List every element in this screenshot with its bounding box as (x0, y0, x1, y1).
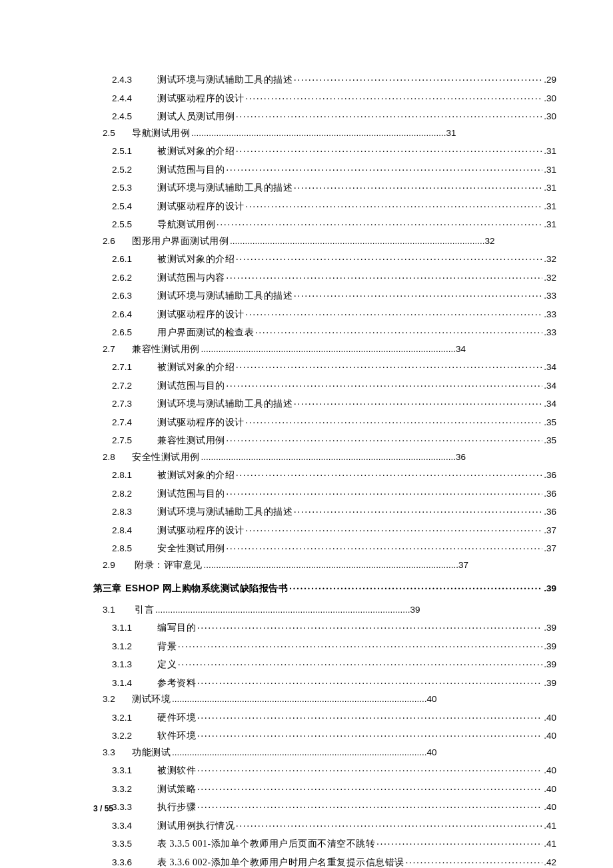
toc-title: 兼容性测试用例 (157, 436, 225, 445)
page-footer: 3 / 55 (93, 804, 113, 813)
toc-number: 3.1.4 (112, 679, 157, 688)
toc-title: 硬件环境 (157, 713, 196, 723)
toc-leader (227, 542, 543, 551)
toc-number: 3.3.6 (112, 858, 157, 867)
toc-page: 31 (544, 165, 556, 175)
toc-title: 测试人员测试用例 (157, 112, 235, 121)
toc-row: 2.8.4测试驱动程序的设计37 (112, 524, 556, 535)
toc-row: 第三章ESHOP 网上购物系统测试缺陷报告书39 (93, 582, 556, 593)
toc-leader-short: ........................................… (155, 605, 420, 615)
toc-row: 2.7.4测试驱动程序的设计35 (112, 416, 556, 427)
toc-leader-short: ........................................… (230, 237, 495, 246)
toc-title: 测试驱动程序的设计 (157, 418, 245, 427)
toc-number: 3.2.1 (112, 713, 157, 723)
toc-row: 2.7.1被测试对象的介绍 34 (112, 361, 556, 372)
toc-title: 引言 (135, 605, 154, 615)
toc-row: 2.5.4测试驱动程序的设计31 (112, 200, 556, 211)
toc-number: 3.1.2 (112, 642, 157, 651)
toc-title: 定义 (157, 660, 177, 669)
toc-leader (227, 379, 543, 389)
toc-leader (178, 640, 542, 649)
toc-number: 2.6.4 (112, 310, 157, 319)
toc-title: 测试驱动程序的设计 (157, 202, 245, 211)
toc-page: 31 (544, 183, 556, 193)
toc-leader (294, 181, 542, 191)
toc-title: 被测试对象的介绍 (157, 471, 235, 480)
toc-number: 2.6.5 (112, 328, 157, 337)
toc-leader (246, 416, 543, 425)
toc-row: 3.3.5表 3.3.5 001-添加单个教师用户后页面不清空不跳转 41 (112, 837, 556, 849)
toc-leader (197, 729, 542, 739)
toc-leader (246, 524, 543, 533)
toc-number: 2.4.4 (112, 94, 157, 103)
toc-page: 42 (544, 858, 556, 867)
toc-leader (376, 837, 542, 847)
toc-number: 2.5.2 (112, 165, 157, 175)
toc-row: 3.3.3执行步骤40 (112, 801, 556, 812)
toc-number: 2.6 (103, 237, 132, 246)
toc-leader (289, 582, 542, 591)
toc-number: 3.3.5 (112, 839, 157, 849)
toc-title: 导航测试用例 (157, 220, 215, 229)
toc-row: 3.1.2背景 39 (112, 640, 556, 651)
toc-title: 软件环境 (157, 731, 196, 741)
toc-number: 3.2.2 (112, 731, 157, 741)
toc-row: 2.8安全性测试用例 .............................… (103, 453, 556, 462)
toc-number: 2.9 (103, 561, 135, 570)
toc-number: 2.8.1 (112, 471, 157, 480)
toc-number: 3.3.2 (112, 785, 157, 794)
toc-leader (255, 326, 542, 335)
toc-title: 表 3.3.5 001-添加单个教师用户后页面不清空不跳转 (157, 839, 375, 849)
toc-title: 功能测试 (132, 748, 171, 757)
toc-number: 2.7.3 (112, 399, 157, 409)
toc-number: 2.5 (103, 129, 132, 138)
toc-number: 2.7.5 (112, 436, 157, 445)
toc-number: 2.8 (103, 453, 132, 462)
toc-leader (227, 487, 543, 497)
toc-page: 39 (544, 623, 556, 633)
toc-leader (227, 271, 543, 281)
toc-row: 2.7.2测试范围与目的34 (112, 379, 556, 391)
toc-number: 3.1 (103, 605, 135, 615)
toc-title: 图形用户界面测试用例 (132, 237, 229, 246)
toc-title: 测试驱动程序的设计 (157, 526, 245, 535)
toc-page: 39 (544, 642, 556, 651)
toc-row: 3.1.1编写目的39 (112, 621, 556, 633)
toc-row: 3.3功能测试 ................................… (103, 748, 556, 757)
toc-page: 40 (544, 713, 556, 723)
toc-leader (227, 163, 543, 173)
toc-title: 附录：评审意见 (135, 561, 203, 570)
toc-title: 测试策略 (157, 785, 196, 794)
toc-page: 34 (544, 399, 556, 409)
toc-leader (227, 434, 543, 443)
toc-leader (236, 145, 542, 154)
toc-number: 2.7.2 (112, 381, 157, 391)
toc-row: 2.4.4测试驱动程序的设计30 (112, 92, 556, 103)
toc-number: 2.5.3 (112, 183, 157, 193)
toc-title: 被测试对象的介绍 (157, 363, 235, 372)
toc-leader-short: ........................................… (204, 561, 469, 570)
toc-row: 3.1.3定义 39 (112, 658, 556, 669)
toc-leader (246, 308, 543, 317)
toc-number: 第三章 (93, 584, 121, 593)
toc-page: 35 (544, 418, 556, 427)
toc-leader (406, 856, 543, 865)
toc-page: 31 (544, 147, 556, 156)
toc-page: 36 (544, 489, 556, 499)
toc-leader (236, 361, 542, 370)
toc-number: 3.3.3 (112, 803, 157, 812)
toc-number: 2.6.1 (112, 255, 157, 264)
toc-page: 40 (544, 785, 556, 794)
toc-row: 3.2测试环境 ................................… (103, 695, 556, 704)
toc-row: 2.8.5安全性测试用例 37 (112, 542, 556, 553)
toc-page: 39 (544, 660, 556, 669)
toc-row: 3.2.1硬件环境40 (112, 711, 556, 723)
toc-number: 3.1.3 (112, 660, 157, 669)
toc-number: 3.3 (103, 748, 132, 757)
toc-number: 2.8.3 (112, 507, 157, 517)
toc-row: 2.6.2测试范围与内容32 (112, 271, 556, 283)
toc-number: 2.6.2 (112, 273, 157, 283)
toc-title: 测试范围与目的 (157, 489, 225, 499)
toc-row: 2.8.1被测试对象的介绍 36 (112, 469, 556, 480)
toc-leader (197, 711, 542, 721)
